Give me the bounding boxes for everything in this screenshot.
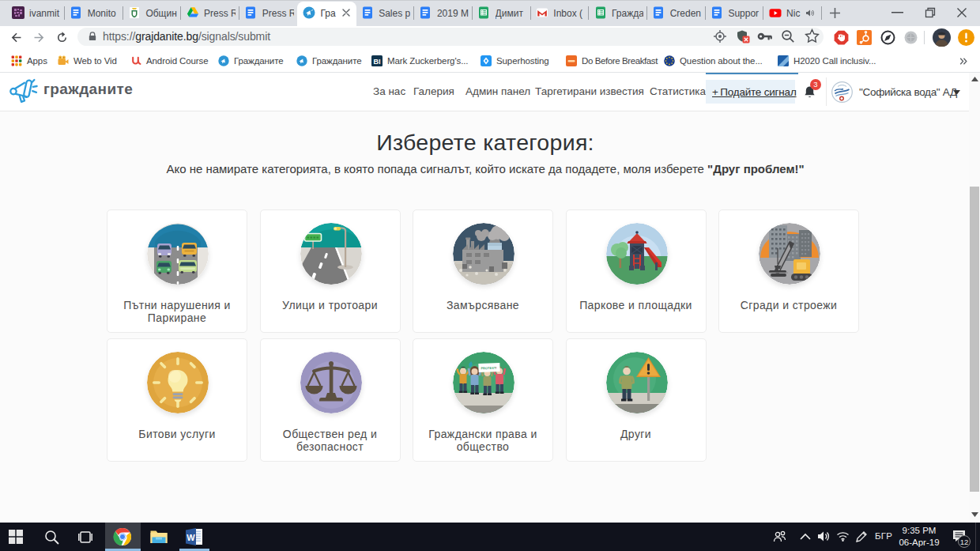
- svg-text:BI: BI: [374, 58, 381, 66]
- svg-text:PROTEST!: PROTEST!: [481, 366, 496, 371]
- svg-text:W: W: [187, 533, 195, 542]
